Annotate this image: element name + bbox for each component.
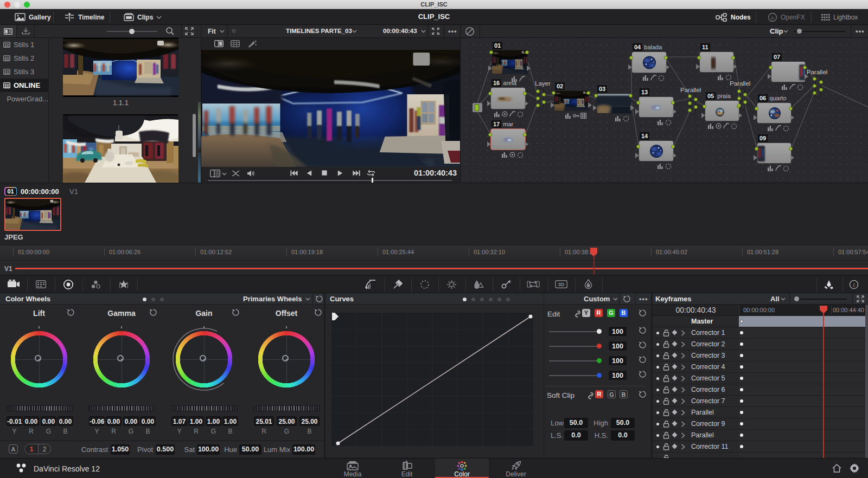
svg-text:fx: fx	[771, 15, 775, 20]
svg-text:i: i	[853, 281, 854, 288]
svg-text:3D: 3D	[558, 282, 565, 287]
